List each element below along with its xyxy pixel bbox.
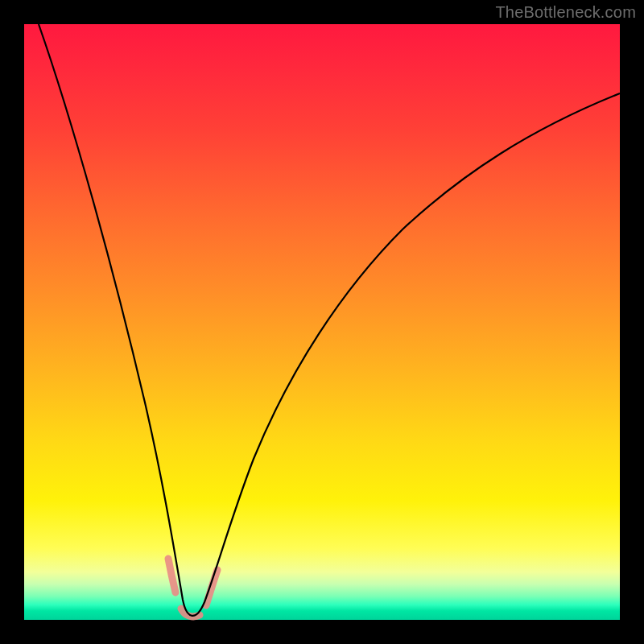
chart-frame: TheBottleneck.com (0, 0, 644, 644)
bottleneck-curve (39, 24, 620, 616)
plot-area (24, 24, 620, 620)
watermark-text: TheBottleneck.com (495, 3, 636, 22)
bottleneck-curve-svg (24, 24, 620, 620)
